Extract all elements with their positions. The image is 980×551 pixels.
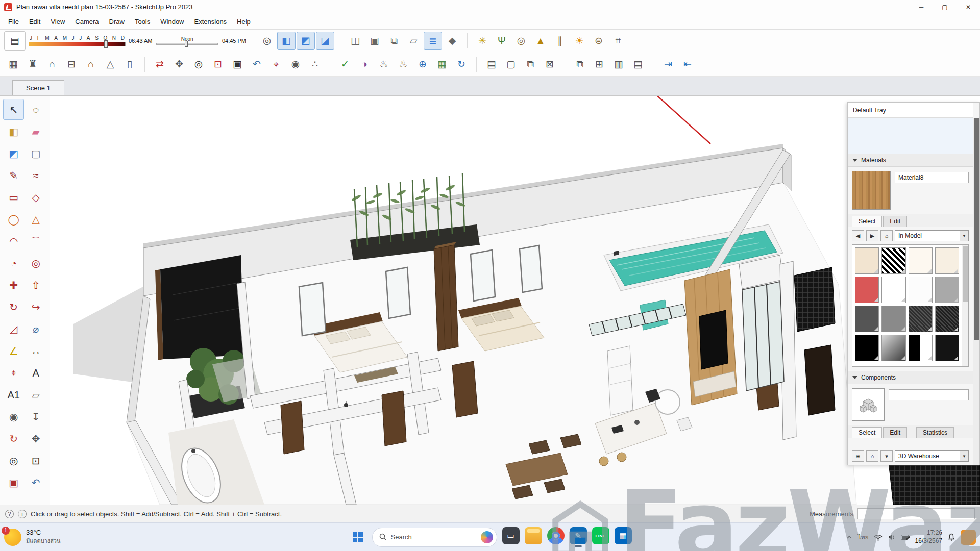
bedroom-divider-cabinet[interactable] [434,242,458,351]
move-tool[interactable]: ✚ [3,274,24,295]
look-at-view-icon[interactable]: ◎ [258,32,276,50]
polygon-tool[interactable]: △ [26,209,46,230]
palette-icon[interactable]: ◑ [355,55,374,73]
column-tool-icon[interactable]: ∥ [551,32,569,50]
wifi-icon[interactable] [874,534,883,541]
material-swatch[interactable] [855,247,879,274]
walk-icon[interactable]: ∴ [306,55,324,73]
sketchup-app-icon[interactable]: ✎ [570,527,587,547]
taskview-app-icon[interactable]: ▭ [502,527,520,547]
menu-draw[interactable]: Draw [104,15,130,28]
kettle-render-icon[interactable]: ♨ [394,55,412,73]
stack-shape-icon[interactable]: ⧉ [385,32,403,50]
tv-wall[interactable] [684,269,737,405]
circle-tool[interactable]: ◯ [3,209,24,230]
dropdown-arrow-icon[interactable]: ▼ [960,451,968,461]
layers-shape-icon[interactable]: ≣ [424,32,442,50]
paint-bucket-tool[interactable]: ◧ [3,121,24,142]
materials-back-button[interactable]: ◀ [852,230,864,241]
line-tool[interactable]: ✎ [3,165,24,186]
components-tab-statistics[interactable]: Statistics [916,427,954,438]
wardrobe-dark[interactable] [155,255,244,360]
zoom-icon[interactable]: ◎ [189,55,208,73]
select-tool[interactable]: ↖ [3,99,24,120]
menu-edit[interactable]: Edit [24,15,45,28]
projector-icon[interactable]: ▤ [482,55,501,73]
materials-collection-dropdown[interactable]: In Model ▼ [895,230,969,241]
materials-home-button[interactable]: ⌂ [880,230,893,241]
shed-icon[interactable]: △ [101,55,119,73]
add-image-icon[interactable]: ▦ [433,55,451,73]
donut-tool-icon[interactable]: ◎ [512,32,530,50]
material-swatch[interactable] [935,247,959,274]
zoom-window-tool[interactable]: ⊡ [26,450,46,471]
components-home-button[interactable]: ⌂ [866,450,878,462]
cube-shape-icon[interactable]: ▣ [365,32,384,50]
material-swatch[interactable] [881,247,905,274]
component-preview-thumb[interactable] [852,388,885,421]
rotated-rectangle-tool[interactable]: ◇ [26,187,46,208]
material-swatch[interactable] [909,306,933,332]
start-button[interactable] [349,528,367,546]
materials-forward-button[interactable]: ▶ [866,230,878,241]
components-section-header[interactable]: Components [848,371,973,384]
zoom-window-icon[interactable]: ⊡ [209,55,227,73]
components-view-options-button[interactable]: ⊞ [852,450,864,462]
close-button[interactable]: ✕ [957,0,980,14]
minimize-button[interactable]: ─ [910,0,933,14]
two-point-arc-tool[interactable]: ⌒ [26,231,46,252]
3d-text-tool[interactable]: A1 [3,384,24,405]
cabinet-icon[interactable]: ⊟ [62,55,81,73]
dual-monitor-icon[interactable]: ⧉ [521,55,540,73]
model-3d-view[interactable] [50,96,980,505]
zoom-tool[interactable]: ◎ [3,450,24,471]
search-highlights-icon[interactable] [481,531,493,543]
components-tab-select[interactable]: Select [852,427,882,438]
axes-cube-icon[interactable]: ⌗ [609,32,627,50]
zoom-extents-icon[interactable]: ▣ [228,55,247,73]
month-slider-thumb[interactable] [104,40,108,48]
material-swatch[interactable] [909,335,933,361]
wedge-shape-icon[interactable]: ◆ [443,32,461,50]
teapot-render-icon[interactable]: ♨ [375,55,393,73]
rectangle-tool[interactable]: ▭ [3,187,24,208]
materials-tab-edit[interactable]: Edit [883,216,907,227]
push-pull-tool[interactable]: ⇧ [26,274,46,295]
send-to-layout-icon[interactable]: ⧉ [571,55,589,73]
status-help-icon[interactable]: ? [5,510,14,518]
offset-tool[interactable]: ◎ [26,253,46,273]
slide-paste-icon[interactable]: ▥ [609,55,628,73]
tape-measure-tool[interactable]: ⌀ [26,318,46,339]
previous-view-tool[interactable]: ↶ [26,472,46,493]
material-swatch[interactable] [909,277,933,303]
pan-hand-icon[interactable]: ✥ [170,55,188,73]
look-around-icon[interactable]: ◉ [286,55,305,73]
pan-tool[interactable]: ✥ [26,428,46,449]
material-swatch[interactable] [855,306,879,332]
components-home-dropdown-arrow[interactable]: ▾ [880,450,893,462]
position-camera-icon[interactable]: ⌖ [267,55,285,73]
plane-shape-icon[interactable]: ▱ [404,32,423,50]
maximize-button[interactable]: ▢ [933,0,957,14]
components-tab-edit[interactable]: Edit [883,427,907,438]
explorer-app-icon[interactable] [525,527,542,547]
warehouse-icon[interactable]: ♜ [23,55,42,73]
menu-window[interactable]: Window [155,15,189,28]
right-glass-wall[interactable] [742,282,784,391]
section-plane-tool[interactable]: ▱ [26,384,46,405]
material-swatch[interactable] [935,277,959,303]
orbit-tool[interactable]: ↻ [3,428,24,449]
material-swatch[interactable] [909,247,933,274]
plant-tool-icon[interactable]: Ψ [493,32,511,50]
grid-star-icon[interactable]: ✳ [473,32,492,50]
measurements-input[interactable] [857,508,975,519]
material-preview-thumb[interactable] [852,171,891,210]
model-viewport[interactable] [50,96,980,505]
refresh-icon[interactable]: ↻ [452,55,471,73]
menu-view[interactable]: View [45,15,70,28]
line-app-icon[interactable]: LINE [592,527,609,547]
axes-tool[interactable]: ⌖ [3,362,24,383]
material-swatch[interactable] [935,306,959,332]
follow-me-tool[interactable]: ↪ [26,296,46,317]
material-swatch[interactable] [881,335,905,361]
